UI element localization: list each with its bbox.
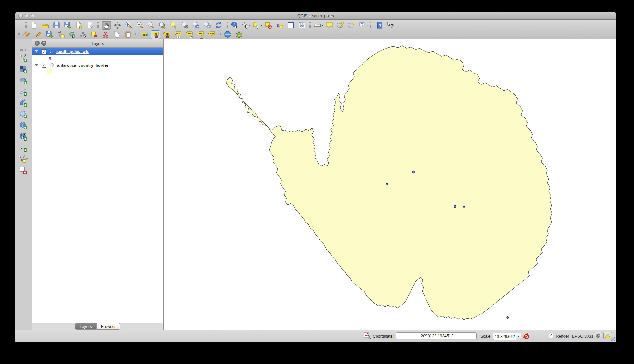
crs-status: EPSG:3031 <box>572 334 593 338</box>
zoom-last-icon[interactable] <box>191 21 201 30</box>
toolbar-drag-handle <box>225 22 228 28</box>
new-shapefile-layer-icon[interactable]: ▾ <box>18 155 28 163</box>
layer-checkbox[interactable]: ✓ <box>42 63 46 68</box>
add-wfs-layer-icon[interactable] <box>18 132 28 141</box>
toolbar-drag-handle <box>219 31 221 38</box>
add-feature-icon[interactable] <box>56 30 65 39</box>
tab-layers[interactable]: Layers <box>75 323 97 330</box>
identify-features-icon[interactable]: i <box>230 21 239 30</box>
zoom-to-layer-icon[interactable] <box>180 21 190 30</box>
new-print-composer-icon[interactable] <box>74 21 84 30</box>
open-project-icon[interactable] <box>41 21 50 30</box>
layer-item-antarctica-country-border[interactable]: ✓ antarctica_country_border <box>32 61 163 69</box>
save-layer-edits-icon[interactable] <box>45 30 54 39</box>
cut-features-icon[interactable] <box>101 30 110 39</box>
add-vector-layer-icon[interactable] <box>18 54 28 62</box>
svg-text:?: ? <box>391 23 394 29</box>
layer-checkbox[interactable]: ✓ <box>42 49 46 54</box>
toggle-extents-icon[interactable] <box>363 332 371 339</box>
select-features-icon[interactable]: ▾ <box>252 21 262 30</box>
node-tool-icon[interactable] <box>79 30 88 39</box>
field-calculator-icon[interactable] <box>297 21 307 30</box>
zoom-full-extent-icon[interactable] <box>158 21 167 30</box>
label-show-hide-icon[interactable]: abc <box>173 30 183 39</box>
stop-render-icon[interactable] <box>522 332 529 339</box>
help-contents-icon[interactable]: ? <box>375 21 384 30</box>
labeling-icon[interactable]: abc <box>140 30 149 39</box>
add-mssql-layer-icon[interactable] <box>18 98 28 107</box>
save-project-icon[interactable] <box>52 21 61 30</box>
label-rotate-icon[interactable]: abc <box>196 30 205 39</box>
new-bookmark-icon[interactable] <box>336 21 345 30</box>
composer-manager-icon[interactable] <box>85 21 95 30</box>
render-label: Render <box>556 334 569 338</box>
toggle-editing-icon[interactable] <box>34 30 43 39</box>
whats-this-icon[interactable]: ? <box>386 21 395 30</box>
wfs-point <box>463 206 465 208</box>
add-wcs-layer-icon[interactable] <box>18 121 28 130</box>
label-pin-icon[interactable]: ab <box>162 30 171 39</box>
title-bar[interactable]: QGIS – south_poles <box>15 12 616 20</box>
crs-status-icon[interactable] <box>594 332 602 339</box>
copy-features-icon[interactable] <box>112 30 122 39</box>
map-tips-icon[interactable] <box>325 21 334 30</box>
zoom-next-icon[interactable] <box>203 21 212 30</box>
deselect-features-icon[interactable] <box>264 21 273 30</box>
select-by-expression-icon[interactable]: ε <box>275 21 284 30</box>
current-edits-icon[interactable] <box>22 30 32 39</box>
toolbar-drag-handle <box>18 31 20 38</box>
new-project-icon[interactable] <box>29 21 39 30</box>
show-bookmarks-icon[interactable] <box>347 21 357 30</box>
main-area: ,▾ ✕ ❐ Layers ✓ south_poles_wfs ✓ <box>15 39 616 330</box>
svg-text:1:1: 1:1 <box>149 23 151 26</box>
resize-grip[interactable] <box>610 336 615 341</box>
layer-stack-plugin-icon[interactable] <box>234 30 244 39</box>
expand-triangle-icon[interactable] <box>35 64 38 66</box>
measure-icon[interactable]: ▾ <box>314 21 323 30</box>
coordinate-input[interactable]: -2098122,1934512 <box>396 332 477 339</box>
move-feature-icon[interactable] <box>67 30 77 39</box>
run-feature-action-icon[interactable]: ▾ <box>241 21 251 30</box>
pan-to-selection-icon[interactable] <box>113 21 122 30</box>
zoom-in-icon[interactable] <box>124 21 133 30</box>
svg-text:,: , <box>21 144 23 151</box>
add-spatialite-layer-icon[interactable] <box>18 87 28 96</box>
label-move-icon[interactable]: abc <box>185 30 194 39</box>
status-bar: Coordinate: -2098122,1934512 Scale 13,82… <box>15 330 616 342</box>
open-attribute-table-icon[interactable] <box>286 21 295 30</box>
label-pin-active-icon[interactable]: ab <box>151 30 160 39</box>
zoom-actual-size-icon[interactable]: 1:1 <box>146 21 156 30</box>
toolbar-area: 1:1i▾▾ε▾T▾?? abcabababcabcabcabc <box>15 20 616 39</box>
layer-name: south_poles_wfs <box>56 49 89 54</box>
polygon-symbol-swatch <box>47 69 52 74</box>
map-canvas[interactable] <box>164 39 616 330</box>
delete-selected-icon[interactable] <box>90 30 99 39</box>
text-annotation-icon[interactable]: T▾ <box>358 21 368 30</box>
paste-features-icon[interactable] <box>123 30 133 39</box>
layer-name: antarctica_country_border <box>57 63 108 68</box>
svg-text:ab: ab <box>155 32 157 35</box>
label-properties-icon[interactable]: abc <box>207 30 216 39</box>
remove-layer-icon[interactable] <box>18 166 28 175</box>
wfs-point <box>412 171 415 173</box>
scale-combo[interactable]: 13,829,662▼ <box>493 333 521 340</box>
zoom-out-icon[interactable] <box>135 21 145 30</box>
scale-label: Scale <box>480 334 491 338</box>
layer-symbol-row <box>32 68 163 74</box>
pan-map-icon[interactable] <box>102 21 111 30</box>
refresh-map-icon[interactable] <box>214 21 223 30</box>
web-globe-icon[interactable] <box>223 30 233 39</box>
zoom-to-selection-icon[interactable] <box>169 21 178 30</box>
toolbar-drag-handle <box>97 22 99 28</box>
add-postgis-layer-icon[interactable] <box>18 76 28 85</box>
window-title: QGIS – south_poles <box>15 13 616 18</box>
layer-item-south-poles-wfs[interactable]: ✓ south_poles_wfs <box>32 48 163 55</box>
save-project-as-icon[interactable] <box>63 21 72 30</box>
add-delimited-text-layer-icon[interactable]: , <box>18 143 28 152</box>
expand-triangle-icon[interactable] <box>35 50 38 53</box>
tab-browser[interactable]: Browser <box>97 323 121 330</box>
point-layer-icon <box>49 49 54 54</box>
render-checkbox[interactable]: ✓ <box>549 333 553 338</box>
add-wms-layer-icon[interactable] <box>18 110 28 118</box>
add-raster-layer-icon[interactable] <box>18 65 28 74</box>
